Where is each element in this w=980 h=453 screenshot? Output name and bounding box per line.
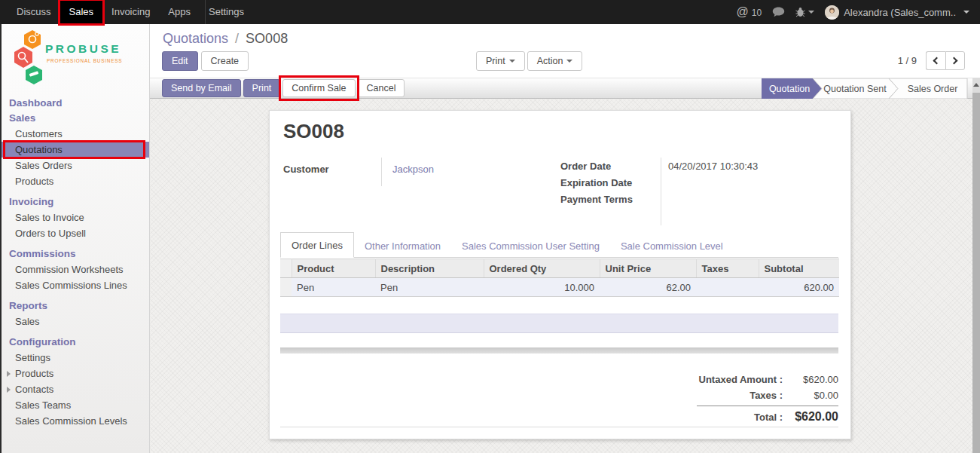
col-product[interactable]: Product [292, 259, 375, 278]
expand-arrow-icon[interactable] [7, 387, 11, 393]
sidebar-item-config-products[interactable]: Products [2, 366, 149, 381]
chevron-left-icon [933, 57, 941, 65]
table-header-row: Product Description Ordered Qty Unit Pri… [280, 259, 839, 278]
cancel-button[interactable]: Cancel [358, 79, 405, 97]
edit-button[interactable]: Edit [162, 51, 198, 71]
form-view-background: SO008 Customer Jackpson Order Date Expir… [150, 99, 980, 453]
stage-sales-order-label: Sales Order [908, 84, 958, 94]
col-description[interactable]: Description [375, 259, 484, 278]
create-button[interactable]: Create [201, 51, 249, 71]
print-dropdown-label: Print [486, 56, 505, 66]
sidebar-item-sales-teams[interactable]: Sales Teams [2, 397, 149, 413]
tab-order-lines[interactable]: Order Lines [280, 232, 354, 258]
statusbar: Send by Email Print Confirm Sale Cancel … [150, 78, 980, 99]
sidebar-header-invoicing: Invoicing [2, 194, 149, 210]
dates-field-labels: Order Date Expiration Date Payment Terms [560, 158, 633, 208]
tab-other-information[interactable]: Other Information [354, 234, 451, 258]
sidebar-item-sales-orders[interactable]: Sales Orders [2, 158, 149, 173]
sidebar-item-reports-sales[interactable]: Sales [2, 314, 149, 329]
expiration-date-value [668, 175, 758, 191]
nav-discuss[interactable]: Discuss [8, 0, 60, 24]
chevron-down-icon [566, 60, 572, 63]
table-row[interactable]: Pen Pen 10.000 62.00 620.00 [280, 278, 839, 297]
col-ordered-qty[interactable]: Ordered Qty [484, 259, 600, 278]
sidebar-item-orders-to-upsell[interactable]: Orders to Upsell [2, 225, 149, 241]
customer-link[interactable]: Jackpson [392, 164, 434, 175]
nav-settings[interactable]: Settings [200, 0, 253, 24]
untaxed-amount-value: $620.00 [783, 374, 838, 385]
breadcrumb-quotations[interactable]: Quotations [163, 31, 228, 46]
nav-invoicing[interactable]: Invoicing [102, 0, 159, 24]
pager-next-button[interactable] [945, 51, 965, 70]
sidebar-item-commission-worksheets[interactable]: Commission Worksheets [2, 262, 149, 277]
dates-field-values: 04/20/2017 10:30:43 [668, 158, 758, 208]
tab-sale-commission-level[interactable]: Sale Commission Level [610, 234, 734, 258]
cell-unit-price[interactable]: 62.00 [600, 278, 696, 297]
nav-apps[interactable]: Apps [159, 0, 200, 24]
sidebar-item-sales[interactable]: Sales [2, 111, 149, 126]
sheet-bottom-divider [280, 427, 838, 427]
handle-column-header [280, 259, 292, 278]
chevron-right-icon [951, 57, 958, 65]
sidebar-item-sales-commission-levels[interactable]: Sales Commission Levels [2, 413, 149, 429]
tab-sales-commission-user-setting[interactable]: Sales Commission User Setting [451, 234, 610, 258]
chat-bubble-icon[interactable] [772, 7, 785, 17]
print-dropdown-button[interactable]: Print [476, 51, 525, 71]
config-products-label: Products [15, 368, 53, 379]
sidebar-item-config-contacts[interactable]: Contacts [2, 381, 149, 397]
user-caret-icon [963, 11, 969, 14]
taxes-value: $0.00 [783, 390, 838, 401]
pager-previous-button[interactable] [926, 51, 945, 70]
mentions-counter[interactable]: @ 10 [737, 0, 762, 24]
user-menu[interactable]: Alexandra (Sales_comm.. [825, 5, 969, 20]
cell-subtotal[interactable]: 620.00 [759, 278, 839, 297]
brand-tagline: PROFESSIONAL BUSINESS [47, 58, 122, 63]
sidebar-header-reports: Reports [2, 298, 149, 314]
top-navbar: Discuss Sales Invoicing Apps Settings @ … [0, 0, 980, 24]
cell-taxes[interactable] [696, 278, 759, 297]
cell-product[interactable]: Pen [292, 278, 375, 297]
sidebar-item-quotations[interactable]: Quotations [2, 142, 149, 158]
debug-bug-icon[interactable] [795, 7, 814, 17]
at-icon: @ [737, 0, 749, 24]
action-dropdown-label: Action [537, 56, 563, 66]
user-avatar [825, 5, 839, 20]
horizontal-scrollbar[interactable] [280, 347, 838, 354]
status-pipeline: Quotation Quotation Sent Sales Order [762, 78, 968, 101]
sidebar-item-customers[interactable]: Customers [2, 126, 149, 142]
nav-sales[interactable]: Sales [60, 0, 103, 24]
print-quotation-button[interactable]: Print [243, 79, 281, 97]
sidebar-item-products[interactable]: Products [2, 173, 149, 189]
sidebar-item-dashboard[interactable]: Dashboard [2, 96, 149, 111]
brand-text: PROBUSE [45, 42, 121, 55]
send-by-email-button[interactable]: Send by Email [162, 79, 241, 97]
empty-section-band [280, 314, 838, 333]
cell-description[interactable]: Pen [375, 278, 484, 297]
sidebar-item-settings[interactable]: Settings [2, 350, 149, 366]
sidebar-item-sales-commissions-lines[interactable]: Sales Commissions Lines [2, 277, 149, 293]
col-subtotal[interactable]: Subtotal [759, 259, 839, 278]
vertical-scrollbar[interactable] [972, 78, 980, 453]
section-reports: Reports Sales [2, 298, 149, 329]
scroll-up-arrow-icon[interactable] [972, 78, 980, 93]
sidebar-item-quotations-label: Quotations [15, 144, 63, 155]
expiration-date-label: Expiration Date [560, 175, 633, 191]
col-taxes[interactable]: Taxes [696, 259, 759, 278]
page-title: SO008 [283, 120, 344, 143]
order-date-value: 04/20/2017 10:30:43 [668, 158, 758, 175]
pager: 1 / 9 [898, 51, 965, 70]
action-dropdown-button[interactable]: Action [527, 51, 583, 71]
col-unit-price[interactable]: Unit Price [600, 259, 696, 278]
payment-terms-value [668, 191, 758, 208]
confirm-sale-button[interactable]: Confirm Sale [282, 79, 355, 97]
total-value: $620.00 [783, 410, 838, 424]
expand-arrow-icon[interactable] [7, 371, 11, 377]
row-handle[interactable] [280, 278, 292, 297]
cell-ordered-qty[interactable]: 10.000 [484, 278, 600, 297]
sidebar-item-sales-to-invoice[interactable]: Sales to Invoice [2, 210, 149, 225]
topbar-separator [205, 0, 206, 24]
section-sales: Sales Customers Quotations Sales Orders … [2, 111, 149, 189]
app-menu: Discuss Sales Invoicing Apps Settings [8, 0, 253, 24]
pager-count: 1 / 9 [898, 55, 917, 66]
customer-label: Customer [283, 164, 329, 175]
